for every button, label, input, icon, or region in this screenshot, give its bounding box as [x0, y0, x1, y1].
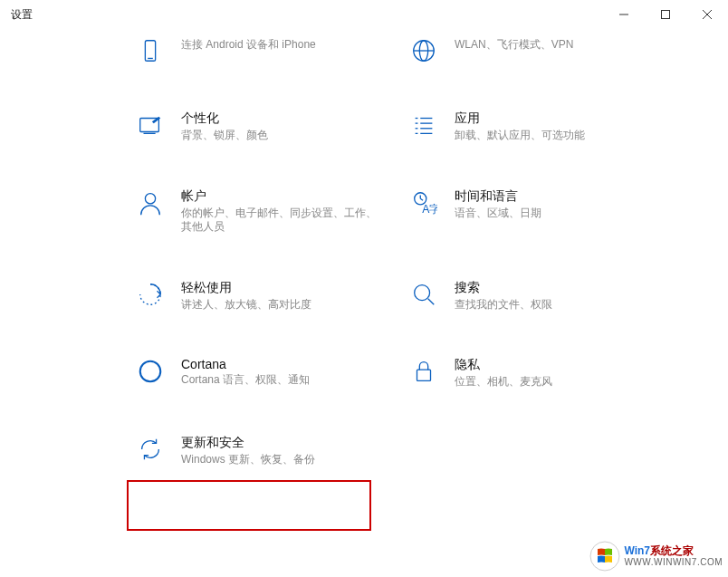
svg-line-25 — [428, 298, 435, 304]
item-title: 轻松使用 — [181, 280, 382, 296]
lock-icon — [409, 357, 438, 386]
settings-item-network[interactable]: WLAN、飞行模式、VPN — [409, 36, 656, 65]
close-button[interactable] — [686, 0, 728, 29]
cortana-icon — [136, 357, 165, 386]
svg-rect-27 — [417, 370, 431, 381]
personalization-icon — [136, 111, 165, 139]
watermark: Win7系统之家 WWW.WINWIN7.COM — [589, 541, 723, 572]
settings-item-update-security[interactable]: 更新和安全 Windows 更新、恢复、备份 — [136, 435, 382, 467]
item-desc: 讲述人、放大镜、高对比度 — [181, 298, 382, 313]
ease-of-access-icon — [136, 280, 165, 309]
time-language-icon: A字 — [409, 188, 438, 217]
settings-item-phone[interactable]: 连接 Android 设备和 iPhone — [136, 36, 382, 65]
item-desc: 位置、相机、麦克风 — [455, 375, 656, 389]
settings-item-ease-of-access[interactable]: 轻松使用 讲述人、放大镜、高对比度 — [136, 280, 382, 313]
globe-icon — [409, 36, 438, 65]
item-title: 搜索 — [455, 280, 656, 296]
watermark-line2: WWW.WINWIN7.COM — [624, 557, 723, 567]
item-desc: 卸载、默认应用、可选功能 — [455, 129, 656, 143]
item-desc: Cortana 语言、权限、通知 — [181, 373, 382, 388]
minimize-button[interactable] — [603, 0, 645, 29]
item-desc: 你的帐户、电子邮件、同步设置、工作、其他人员 — [181, 207, 382, 235]
item-title: 个性化 — [181, 111, 382, 127]
svg-point-24 — [415, 284, 430, 300]
item-title: 帐户 — [181, 188, 382, 205]
settings-item-time-language[interactable]: A字 时间和语言 语音、区域、日期 — [409, 188, 656, 235]
item-desc: 连接 Android 设备和 iPhone — [181, 38, 382, 53]
window-controls — [603, 0, 728, 29]
maximize-button[interactable] — [645, 0, 686, 29]
settings-item-cortana[interactable]: Cortana Cortana 语言、权限、通知 — [136, 357, 382, 389]
item-title: 时间和语言 — [455, 188, 656, 205]
search-icon — [409, 280, 438, 309]
settings-item-search[interactable]: 搜索 查找我的文件、权限 — [409, 280, 656, 313]
settings-grid: 连接 Android 设备和 iPhone WLAN、飞行模式、VPN 个性化 … — [54, 29, 674, 467]
svg-text:A字: A字 — [422, 203, 437, 216]
item-desc: 查找我的文件、权限 — [455, 298, 656, 313]
watermark-line1: Win7系统之家 — [624, 545, 723, 557]
settings-item-accounts[interactable]: 帐户 你的帐户、电子邮件、同步设置、工作、其他人员 — [136, 188, 382, 235]
item-desc: 语音、区域、日期 — [455, 207, 656, 221]
item-title: 应用 — [455, 111, 656, 127]
titlebar: 设置 — [0, 0, 728, 29]
item-title: 更新和安全 — [181, 435, 382, 451]
watermark-logo-icon — [589, 541, 620, 572]
annotation-highlight-box — [127, 480, 371, 531]
svg-rect-1 — [662, 11, 670, 19]
settings-item-privacy[interactable]: 隐私 位置、相机、麦克风 — [409, 357, 656, 389]
svg-point-19 — [145, 193, 155, 203]
svg-point-28 — [590, 542, 619, 571]
apps-icon — [409, 111, 438, 139]
item-title: 隐私 — [455, 357, 656, 373]
item-title: Cortana — [181, 357, 382, 371]
window-title: 设置 — [11, 7, 33, 23]
item-desc: WLAN、飞行模式、VPN — [455, 38, 656, 53]
settings-item-apps[interactable]: 应用 卸载、默认应用、可选功能 — [409, 111, 656, 143]
person-icon — [136, 188, 165, 217]
settings-item-personalization[interactable]: 个性化 背景、锁屏、颜色 — [136, 111, 382, 143]
item-desc: Windows 更新、恢复、备份 — [181, 453, 382, 467]
svg-point-26 — [140, 361, 161, 382]
update-icon — [136, 435, 165, 464]
item-desc: 背景、锁屏、颜色 — [181, 129, 382, 143]
svg-line-22 — [420, 198, 423, 200]
phone-icon — [136, 36, 165, 65]
